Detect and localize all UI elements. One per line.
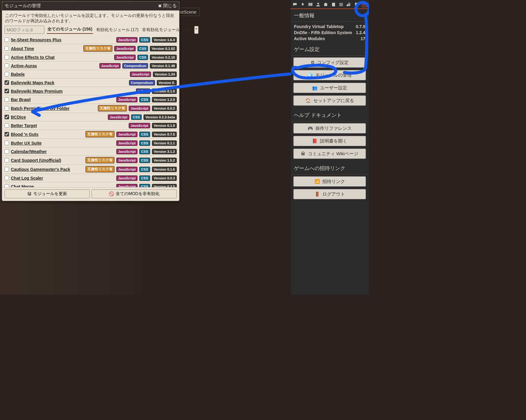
module-tag: 互換性リスク有 (86, 157, 115, 163)
module-name[interactable]: Chat Log Scaler (11, 176, 43, 181)
module-name[interactable]: Calendar/Weather (11, 149, 47, 154)
module-checkbox[interactable] (5, 184, 9, 187)
module-checkbox[interactable] (5, 123, 9, 128)
module-row: About Time互換性リスク有JavaScriptCSSVersion 0.… (5, 44, 177, 53)
module-version: Version 0.2.5 (152, 184, 177, 187)
module-name[interactable]: Baileywiki Maps Premium (11, 89, 63, 94)
module-tag: ndium (136, 88, 150, 94)
module-version: Version 0.1.0 (152, 88, 177, 94)
module-name[interactable]: Baileywiki Maps Pack (11, 80, 54, 85)
info-row: DnD5e - Fifth Edition System1.2.4 (294, 30, 365, 36)
update-modules-button[interactable]: 🖫 モジュールを更新 (5, 189, 90, 198)
module-tag: CSS (137, 46, 148, 51)
module-checkbox[interactable] (5, 132, 9, 136)
module-name[interactable]: Babele (11, 72, 25, 77)
tab-all-modules[interactable]: 全てのモジュール (156) (47, 26, 93, 34)
module-tag: JavaScript (108, 114, 129, 120)
module-checkbox[interactable] (5, 72, 9, 76)
compendium-icon[interactable] (354, 2, 359, 7)
module-row: Active Effects to ChatJavaScriptCSSVersi… (5, 53, 177, 62)
section-general-info: 一般情報 (290, 9, 369, 22)
module-tag: JavaScript (130, 72, 151, 77)
info-row: Foundry Virtual Tabletop0.7.9 (294, 24, 365, 30)
settings-tab-icon[interactable] (362, 2, 367, 7)
invite-link-button[interactable]: 📶招待リンク (293, 176, 366, 187)
module-checkbox[interactable] (5, 149, 9, 154)
module-name[interactable]: About Time (11, 46, 34, 51)
module-version: Version 0.1.6 (152, 167, 177, 172)
collapse-all-button[interactable]: ⌃ (194, 26, 198, 34)
actors-icon[interactable] (315, 2, 321, 7)
module-name[interactable]: Bar Brawl (11, 97, 31, 102)
module-tag: CSS (139, 167, 150, 172)
config-settings-button[interactable]: ⚙コンフィグ設定 (293, 57, 366, 68)
journal-icon[interactable] (331, 2, 336, 7)
tab-disabled-modules[interactable]: 非有効化モジュール (139) (141, 27, 192, 34)
module-checkbox[interactable] (5, 115, 9, 119)
module-name[interactable]: Cautious Gamemaster's Pack (11, 167, 70, 172)
gamepad-icon: 🎮 (308, 126, 313, 131)
module-name[interactable]: Batch Permissions By Folder (11, 106, 70, 111)
users-icon: 👥 (312, 85, 318, 91)
module-checkbox[interactable] (5, 46, 9, 51)
module-checkbox[interactable] (5, 97, 9, 102)
module-version: Version 1.6.4 (152, 37, 177, 43)
module-name[interactable]: Blood 'n Guts (11, 132, 38, 137)
module-checkbox[interactable] (5, 176, 9, 180)
mod-filter-input[interactable] (5, 26, 44, 34)
module-checkbox[interactable] (5, 158, 9, 162)
section-help: ヘルプ ドキュメント (290, 109, 369, 121)
module-tag: Compendium (122, 63, 148, 69)
module-tag: JavaScript (116, 132, 137, 137)
close-button[interactable]: ✖ 閉じる (158, 3, 177, 9)
module-list[interactable]: 5e-Sheet Resources PlusJavaScriptCSSVers… (5, 36, 178, 187)
items-icon[interactable] (323, 2, 328, 7)
tab-enabled-modules[interactable]: 有効化モジュール (17) (95, 27, 139, 34)
tables-icon[interactable] (338, 2, 344, 7)
module-checkbox[interactable] (5, 141, 9, 145)
manage-modules-button[interactable]: 🧊モジュールの管理 (293, 70, 366, 80)
module-name[interactable]: Chat Merge (11, 184, 34, 187)
module-checkbox[interactable] (5, 80, 9, 85)
module-name[interactable]: BCDice (11, 115, 26, 120)
module-tag: Compendium (129, 80, 155, 85)
module-row: 5e-Sheet Resources PlusJavaScriptCSSVers… (5, 36, 177, 44)
module-name[interactable]: Butler UX Suite (11, 141, 42, 146)
module-version: Version 0.2.2-beta (144, 114, 177, 120)
module-checkbox[interactable] (5, 63, 9, 68)
playlists-icon[interactable] (346, 2, 352, 7)
module-name[interactable]: Active-Auras (11, 63, 37, 68)
module-row: Better TargetJavaScriptVersion 0.1.9 (5, 121, 177, 130)
module-name[interactable]: Card Support (Unofficial) (11, 158, 61, 163)
module-row: Chat MergeJavaScriptCSSVersion 0.2.5 (5, 182, 177, 187)
open-docs-button[interactable]: 📕説明書を開く (293, 136, 366, 146)
scenes-icon[interactable] (308, 2, 313, 7)
module-checkbox[interactable] (5, 37, 9, 42)
module-checkbox[interactable] (5, 106, 9, 111)
return-setup-button[interactable]: 🏠セットアップに戻る (293, 95, 366, 106)
cube-icon: 🧊 (308, 73, 313, 78)
module-checkbox[interactable] (5, 55, 9, 59)
module-name[interactable]: 5e-Sheet Resources Plus (11, 37, 61, 42)
module-version: Version 0.1.62 (150, 46, 177, 51)
module-name[interactable]: Active Effects to Chat (11, 55, 55, 60)
community-wiki-button[interactable]: 🏛コミュニティ Wikiページ (293, 149, 366, 159)
chat-icon[interactable] (292, 2, 298, 7)
module-tag: CSS (139, 175, 150, 181)
combat-icon[interactable] (300, 2, 305, 7)
logout-button[interactable]: 🚪ログアウト (293, 189, 366, 199)
controls-reference-button[interactable]: 🎮操作リファレンス (293, 123, 366, 133)
module-management-dialog: モジュールの管理 ✖ 閉じる このワールドで有効化したいモジュールを設定します。… (2, 1, 179, 201)
disable-all-button[interactable]: 🚫 全てのMODを非有効化 (92, 189, 177, 198)
module-row: Baileywiki Maps PremiumndiumVersion 0.1.… (5, 87, 177, 95)
user-settings-button[interactable]: 👥ユーザー設定 (293, 83, 366, 93)
module-tag: JavaScript (116, 140, 137, 146)
module-checkbox[interactable] (5, 89, 9, 93)
module-tag: 互換性リスク有 (86, 131, 115, 137)
module-checkbox[interactable] (5, 167, 9, 172)
settings-sidebar: 一般情報 Foundry Virtual Tabletop0.7.9 DnD5e… (290, 0, 369, 295)
home-icon: 🏠 (305, 98, 311, 103)
module-tag: 互換性リスク有 (86, 166, 115, 172)
module-tag: JavaScript (129, 106, 150, 111)
module-name[interactable]: Better Target (11, 123, 37, 128)
